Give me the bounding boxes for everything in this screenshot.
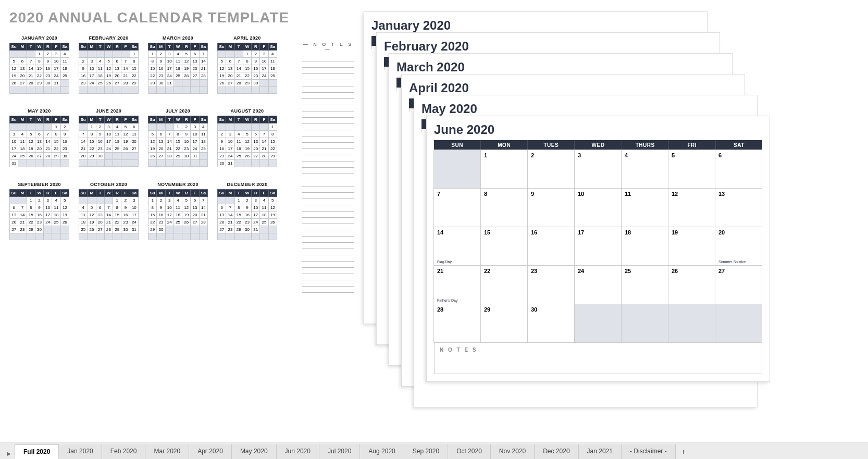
day-cell[interactable]: 6 <box>715 150 762 189</box>
day-cell[interactable] <box>715 304 762 343</box>
day-cell[interactable]: 23 <box>527 265 575 304</box>
note-line[interactable] <box>302 237 354 243</box>
day-cell[interactable]: 20Summer Solstice <box>715 227 762 266</box>
day-cell[interactable]: 16 <box>527 227 575 266</box>
sheet-tab[interactable]: Jan 2020 <box>59 444 102 459</box>
day-cell[interactable]: 9 <box>527 188 575 227</box>
day-cell[interactable]: 7 <box>433 188 481 227</box>
note-line[interactable] <box>302 268 354 274</box>
note-line[interactable] <box>302 124 354 130</box>
tab-prev-icon[interactable]: ▶ <box>3 448 15 459</box>
day-cell[interactable]: 25 <box>621 265 668 304</box>
day-cell[interactable] <box>621 304 668 343</box>
day-cell[interactable] <box>668 304 715 343</box>
mini-dow-header: M <box>157 190 165 197</box>
sheet-tab[interactable]: Jun 2020 <box>277 444 319 459</box>
sheet-tab[interactable]: - Disclaimer - <box>622 444 676 459</box>
add-sheet-button[interactable]: + <box>676 444 691 459</box>
note-line[interactable] <box>302 218 354 224</box>
note-line[interactable] <box>302 162 354 168</box>
note-line[interactable] <box>302 174 354 180</box>
day-cell[interactable]: 29 <box>480 304 528 343</box>
sheet-tab[interactable]: Dec 2020 <box>535 444 578 459</box>
note-line[interactable] <box>302 274 354 280</box>
sheet-tab[interactable]: Nov 2020 <box>491 444 535 459</box>
day-cell[interactable] <box>433 150 481 189</box>
note-line[interactable] <box>302 118 354 124</box>
sheet-tab[interactable]: May 2020 <box>232 444 277 459</box>
day-cell[interactable]: 13 <box>715 188 762 227</box>
sheet-notes-box[interactable]: N O T E S <box>434 343 762 374</box>
day-cell[interactable]: 15 <box>480 227 528 266</box>
mini-day-cell <box>113 233 121 240</box>
note-line[interactable] <box>302 262 354 268</box>
mini-dow-header: R <box>182 190 191 197</box>
day-cell[interactable] <box>574 304 622 343</box>
note-line[interactable] <box>302 149 354 155</box>
note-line[interactable] <box>302 287 354 293</box>
sheet-tab[interactable]: Apr 2020 <box>189 444 232 459</box>
day-cell[interactable]: 2 <box>527 150 575 189</box>
note-line[interactable] <box>302 212 354 218</box>
note-line[interactable] <box>302 74 354 80</box>
note-line[interactable] <box>302 80 354 86</box>
note-line[interactable] <box>302 137 354 143</box>
note-line[interactable] <box>302 224 354 230</box>
sheet-tab[interactable]: Oct 2020 <box>448 444 491 459</box>
day-cell[interactable]: 12 <box>668 188 715 227</box>
note-line[interactable] <box>302 255 354 262</box>
note-line[interactable] <box>302 187 354 193</box>
note-line[interactable] <box>302 55 354 61</box>
note-line[interactable] <box>302 249 354 255</box>
note-line[interactable] <box>302 168 354 174</box>
note-line[interactable] <box>302 86 354 93</box>
sheet-tab[interactable]: Mar 2020 <box>145 444 189 459</box>
mini-day-cell <box>113 87 121 94</box>
sheet-tab[interactable]: Jul 2020 <box>319 444 360 459</box>
note-line[interactable] <box>302 130 354 137</box>
day-cell[interactable]: 17 <box>574 227 622 266</box>
mini-day-cell <box>44 87 52 94</box>
day-number: 24 <box>578 268 618 274</box>
note-line[interactable] <box>302 199 354 205</box>
mini-day-cell: 21 <box>199 65 207 72</box>
day-cell[interactable]: 10 <box>574 188 622 227</box>
note-line[interactable] <box>302 205 354 212</box>
sheet-tab[interactable]: Feb 2020 <box>102 444 146 459</box>
day-cell[interactable]: 28 <box>433 304 481 343</box>
day-cell[interactable]: 1 <box>480 150 528 189</box>
note-line[interactable] <box>302 243 354 249</box>
day-cell[interactable]: 18 <box>621 227 668 266</box>
day-cell[interactable]: 19 <box>668 227 715 266</box>
note-line[interactable] <box>302 99 354 105</box>
day-cell[interactable]: 21Father's Day <box>433 265 481 304</box>
mini-day-cell: 5 <box>121 123 130 131</box>
day-cell[interactable]: 27 <box>715 265 762 304</box>
note-line[interactable] <box>302 105 354 111</box>
note-line[interactable] <box>302 180 354 187</box>
note-line[interactable] <box>302 193 354 199</box>
note-line[interactable] <box>302 61 354 68</box>
sheet-tab[interactable]: Aug 2020 <box>360 444 404 459</box>
mini-dow-header: Su <box>218 116 226 123</box>
day-cell[interactable]: 14Flag Day <box>433 227 481 266</box>
day-cell[interactable]: 4 <box>621 150 668 189</box>
day-cell[interactable]: 8 <box>480 188 528 227</box>
note-line[interactable] <box>302 280 354 287</box>
note-line[interactable] <box>302 143 354 149</box>
day-cell[interactable]: 30 <box>527 304 575 343</box>
sheet-tab[interactable]: Jan 2021 <box>579 444 622 459</box>
sheet-tab[interactable]: Sep 2020 <box>404 444 448 459</box>
day-cell[interactable]: 3 <box>574 150 622 189</box>
note-line[interactable] <box>302 155 354 162</box>
day-cell[interactable]: 26 <box>668 265 715 304</box>
sheet-tab[interactable]: Full 2020 <box>15 444 59 459</box>
day-cell[interactable]: 11 <box>621 188 668 227</box>
note-line[interactable] <box>302 93 354 99</box>
note-line[interactable] <box>302 111 354 118</box>
note-line[interactable] <box>302 230 354 237</box>
note-line[interactable] <box>302 68 354 74</box>
day-cell[interactable]: 22 <box>480 265 528 304</box>
day-cell[interactable]: 24 <box>574 265 622 304</box>
day-cell[interactable]: 5 <box>668 150 715 189</box>
